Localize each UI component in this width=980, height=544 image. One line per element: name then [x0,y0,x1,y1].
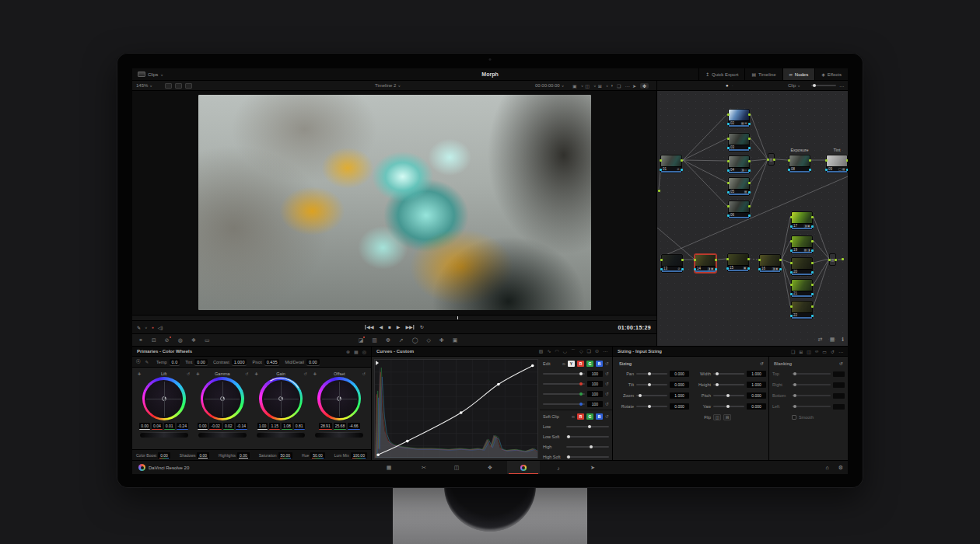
node-14[interactable]: 14◨▣ [695,254,716,273]
page-media[interactable]: ▦ [373,461,405,474]
page-fusion[interactable]: ❖ [474,461,506,474]
lift-master-wheel[interactable] [140,432,188,438]
highlights-value[interactable]: 0.00 [237,452,250,459]
crosshair-icon[interactable]: ✚ [138,371,141,376]
play-button[interactable]: ▶ [397,325,401,330]
settings-wheel-icon[interactable]: ⊗ [346,349,350,354]
soft-channel-g-button[interactable]: G [586,413,593,420]
slider-knob[interactable] [716,372,719,375]
slider-knob[interactable] [726,405,730,408]
crosshair-icon[interactable]: ✚ [313,371,317,376]
yaw-value[interactable]: 0.000 [747,403,766,410]
node-05[interactable]: 05▦ [728,177,750,196]
slider-knob[interactable] [793,405,796,408]
picker-icon[interactable]: ↗ [399,337,404,343]
width-value[interactable]: 1.000 [747,371,766,377]
node-21[interactable]: 21 [791,279,813,298]
soft-channel-b-button[interactable]: B [596,413,603,420]
slider-knob[interactable] [579,372,583,375]
reset-icon[interactable]: ↺ [362,371,366,376]
node-04[interactable]: 04◨▭ [728,155,750,174]
shadows-value[interactable]: 0.00 [197,452,209,459]
snapshot-icon[interactable]: ▣ [453,337,458,343]
image-wipe-icon[interactable]: ⊟ [152,337,156,343]
input-sizing-icon[interactable]: ⊞ [799,349,803,354]
slider-knob[interactable] [716,383,719,386]
lift-value[interactable]: 0.01 [164,423,175,430]
reset-icon[interactable]: ↺ [605,361,609,366]
height-slider[interactable] [713,384,744,385]
info-icon[interactable]: ℹ [842,337,844,343]
slider-knob[interactable] [590,445,593,448]
reset-icon[interactable]: ↺ [304,371,307,376]
loop-button[interactable]: ↻ [420,325,424,330]
grade-indicator-icon[interactable]: ● [152,325,154,330]
temp-value[interactable]: 0.0 [170,359,180,365]
node-19[interactable]: 19▦◨ [791,235,813,254]
slider-knob[interactable] [579,392,583,396]
lift-value[interactable]: -0.24 [177,423,188,430]
offset-value[interactable]: 25.68 [334,423,347,430]
zoom-value[interactable]: 1.000 [670,392,689,399]
yaw-slider[interactable] [713,406,744,407]
crop-icon[interactable]: ❏ [791,349,795,354]
pitch-value[interactable]: 0.000 [747,392,766,399]
slider-knob[interactable] [567,455,570,459]
hue-vs-lum-icon[interactable]: ◡ [563,348,567,355]
gallery-stills-icon[interactable]: ⚭ [138,337,143,343]
page-edit[interactable]: ◫ [440,461,473,474]
reset-icon[interactable]: ↺ [605,391,609,396]
node-zoom-slider[interactable] [811,81,836,90]
stop-button[interactable]: ■ [388,325,391,330]
curve-graph[interactable] [374,359,538,459]
node-sizing-icon[interactable]: ∞ [815,349,818,354]
audio-mute-icon[interactable]: ◁⟩ [158,325,163,330]
playhead-marker[interactable] [457,316,458,319]
page-color[interactable] [507,461,540,474]
reset-icon[interactable]: ↺ [605,401,609,406]
rotate-slider[interactable] [636,406,667,407]
slider-knob[interactable] [793,383,796,386]
timeline-name-dropdown[interactable]: Timeline 2 ∨ [375,81,401,90]
node-15[interactable]: 15▣ [727,253,749,272]
sizing-menu-icon[interactable]: ⋯ [838,349,843,354]
pan-value[interactable]: 0.000 [670,371,689,377]
slider-knob[interactable] [579,382,583,385]
channel-slider[interactable] [543,403,585,405]
channel-slider[interactable] [543,373,585,375]
slider-knob[interactable] [639,394,642,397]
picker-tool-icon[interactable]: ✎ [145,360,149,364]
scroll-icon[interactable]: ▭ [205,337,210,343]
gain-value[interactable]: 1.00 [257,423,268,430]
crosshair-icon[interactable]: ✚ [255,371,258,376]
channel-y-button[interactable]: Y [568,361,575,367]
curve-menu-icon[interactable]: ⋯ [603,348,607,355]
tilt-slider[interactable] [636,384,667,385]
mixer-node-1[interactable]: ▥ [768,153,775,166]
slider-knob[interactable] [648,405,651,408]
hue-vs-hue-icon[interactable]: ∿ [547,348,551,355]
nodes-button[interactable]: ∞Nodes [782,68,815,80]
dot-icon[interactable]: ● [726,83,729,88]
flip-horizontal-button[interactable]: ◫ [713,414,721,420]
channel-value[interactable]: 100 [587,371,603,377]
reset-icon[interactable]: ↺ [245,371,248,376]
mixer-node-2[interactable]: ▥ [829,253,836,266]
sat-vs-sat-icon[interactable]: ◇ [579,348,583,355]
wheel-grid-icon[interactable]: ▦ [354,349,359,354]
rotate-value[interactable]: 0.000 [670,403,689,410]
slider-knob[interactable] [579,403,583,406]
reset-icon[interactable]: ↺ [760,361,764,366]
node-view-dropdown[interactable]: Clip ∨ [788,81,800,90]
expand-panel-icon[interactable]: ❏ [587,348,591,355]
pivot-value[interactable]: 0.435 [264,359,280,365]
slider-knob[interactable] [793,372,796,375]
offset-wheel[interactable] [317,377,361,420]
slider-knob[interactable] [588,425,591,428]
tilt-value[interactable]: 0.000 [670,382,689,388]
channel-value[interactable]: 100 [587,401,603,407]
wipe-mode-icon[interactable]: ⊠ [598,83,602,89]
reset-icon[interactable]: ↺ [605,413,609,419]
page-fairlight[interactable]: ♪ [542,461,575,474]
viewer-area[interactable] [132,91,656,315]
